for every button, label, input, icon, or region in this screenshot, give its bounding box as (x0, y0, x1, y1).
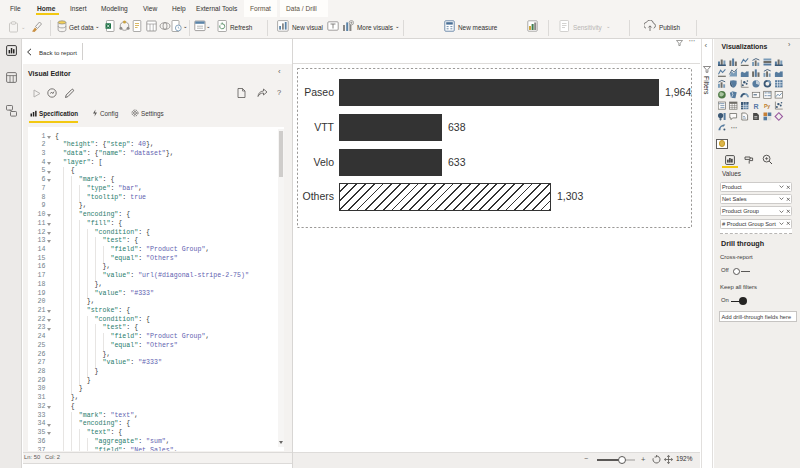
svg-text:Py: Py (764, 103, 770, 109)
svg-text:R: R (753, 102, 758, 109)
